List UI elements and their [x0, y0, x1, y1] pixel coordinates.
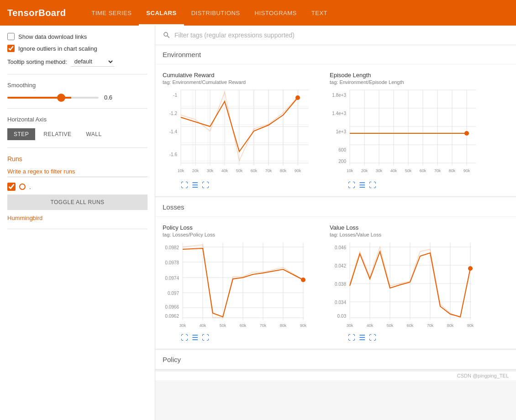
nav-histograms[interactable]: HISTOGRAMS — [247, 0, 304, 26]
cumulative-reward-chart: -1 -1.2 -1.4 -1.6 — [163, 88, 313, 179]
display-options: Show data download links Ignore outliers… — [7, 33, 147, 74]
episode-length-controls: ⛶ ☰ ⛶ — [330, 182, 490, 189]
svg-point-77 — [301, 278, 305, 282]
policy-section: Policy — [155, 350, 516, 370]
sidebar: Show data download links Ignore outliers… — [0, 26, 155, 420]
axis-relative-button[interactable]: RELATIVE — [37, 128, 78, 140]
svg-text:50k: 50k — [236, 168, 243, 173]
value-loss-tag: tag: Losses/Value Loss — [330, 232, 490, 237]
nav-scalars[interactable]: SCALARS — [139, 0, 184, 26]
svg-text:70k: 70k — [265, 168, 272, 173]
hummingbird-link[interactable]: Hummingbird — [7, 215, 42, 221]
svg-text:80k: 80k — [280, 323, 287, 328]
ignore-outliers-checkbox[interactable] — [7, 45, 15, 52]
smoothing-value: 0.6 — [104, 94, 118, 101]
smoothing-slider[interactable] — [7, 97, 99, 99]
tooltip-row: Tooltip sorting method: default descendi… — [7, 57, 147, 67]
svg-text:50k: 50k — [220, 323, 226, 328]
svg-text:60k: 60k — [251, 168, 258, 173]
policy-header: Policy — [155, 350, 516, 369]
svg-text:80k: 80k — [449, 168, 456, 173]
axis-buttons: STEP RELATIVE WALL — [7, 128, 147, 140]
episode-length-chart: 1.8e+3 1.4e+3 1e+3 600 200 — [330, 88, 480, 179]
run-label: . — [29, 184, 31, 190]
footer-text: CSDN @pingping_TEL — [457, 373, 509, 378]
cumulative-reward-title: Cumulative Reward — [163, 72, 322, 79]
svg-text:40k: 40k — [367, 323, 374, 328]
runs-section: Runs . TOGGLE ALL RUNS Hummingbird — [7, 155, 147, 229]
show-download-label: Show data download links — [18, 33, 87, 40]
svg-text:0.034: 0.034 — [335, 300, 346, 305]
header: TensorBoard TIME SERIES SCALARS DISTRIBU… — [0, 0, 516, 26]
value-loss-card: Value Loss tag: Losses/Value Loss 0.046 … — [330, 224, 490, 341]
policy-loss-title: Policy Loss — [163, 224, 322, 231]
expand-icon-pl[interactable]: ⛶ — [181, 334, 188, 341]
axis-wall-button[interactable]: WALL — [79, 128, 108, 140]
svg-text:40k: 40k — [200, 323, 206, 328]
run-checkbox[interactable] — [7, 183, 16, 191]
svg-point-19 — [295, 95, 300, 100]
svg-text:0.042: 0.042 — [335, 263, 346, 268]
fit-icon-vl[interactable]: ⛶ — [369, 334, 376, 341]
expand-icon-vl[interactable]: ⛶ — [348, 334, 355, 341]
value-loss-chart: 0.046 0.042 0.038 0.034 0.03 — [330, 240, 480, 331]
svg-text:-1.4: -1.4 — [169, 129, 178, 134]
svg-text:-1.6: -1.6 — [169, 152, 178, 157]
svg-rect-4 — [181, 90, 309, 165]
data-icon-pl[interactable]: ☰ — [192, 334, 198, 341]
svg-text:30k: 30k — [347, 323, 353, 328]
svg-text:0.038: 0.038 — [335, 282, 346, 287]
nav-time-series[interactable]: TIME SERIES — [84, 0, 139, 26]
tooltip-label: Tooltip sorting method: — [7, 58, 67, 65]
show-download-checkbox[interactable] — [7, 33, 15, 40]
fit-icon-ep[interactable]: ⛶ — [369, 182, 376, 189]
environment-header: Environment — [155, 45, 516, 64]
svg-text:200: 200 — [338, 159, 346, 164]
svg-text:-1: -1 — [173, 93, 177, 98]
expand-icon[interactable]: ⛶ — [181, 182, 188, 189]
episode-length-svg: 1.8e+3 1.4e+3 1e+3 600 200 — [330, 88, 480, 179]
ignore-outliers-row: Ignore outliers in chart scaling — [7, 45, 147, 52]
main-nav: TIME SERIES SCALARS DISTRIBUTIONS HISTOG… — [84, 0, 335, 26]
svg-point-102 — [468, 266, 473, 271]
nav-distributions[interactable]: DISTRIBUTIONS — [184, 0, 247, 26]
expand-icon-ep[interactable]: ⛶ — [348, 182, 355, 189]
svg-text:60k: 60k — [420, 168, 426, 173]
fit-icon[interactable]: ⛶ — [202, 182, 209, 189]
svg-text:70k: 70k — [260, 323, 267, 328]
value-loss-svg: 0.046 0.042 0.038 0.034 0.03 — [330, 240, 480, 331]
environment-section: Environment Cumulative Reward tag: Envir… — [155, 45, 516, 197]
smoothing-control: 0.6 — [7, 94, 147, 101]
svg-text:10k: 10k — [178, 168, 184, 173]
policy-loss-controls: ⛶ ☰ ⛶ — [163, 334, 322, 341]
episode-length-tag: tag: Environment/Episode Length — [330, 79, 490, 85]
search-input[interactable] — [174, 31, 509, 39]
search-icon — [163, 31, 171, 39]
runs-filter-input[interactable] — [7, 166, 147, 177]
svg-text:70k: 70k — [434, 168, 441, 173]
svg-text:80k: 80k — [447, 323, 454, 328]
main-layout: Show data download links Ignore outliers… — [0, 26, 516, 420]
losses-section: Losses Policy Loss tag: Losses/Policy Lo… — [155, 198, 516, 349]
svg-text:1.4e+3: 1.4e+3 — [332, 111, 346, 116]
svg-text:60k: 60k — [407, 323, 414, 328]
episode-length-card: Episode Length tag: Environment/Episode … — [330, 72, 490, 189]
svg-text:40k: 40k — [390, 168, 397, 173]
footer: CSDN @pingping_TEL — [155, 371, 516, 380]
fit-icon-pl[interactable]: ⛶ — [202, 334, 209, 341]
axis-step-button[interactable]: STEP — [7, 128, 35, 140]
ignore-outliers-label: Ignore outliers in chart scaling — [18, 45, 97, 52]
value-loss-controls: ⛶ ☰ ⛶ — [330, 334, 490, 341]
toggle-all-runs-button[interactable]: TOGGLE ALL RUNS — [7, 194, 147, 210]
svg-text:40k: 40k — [221, 168, 228, 173]
data-icon-ep[interactable]: ☰ — [359, 182, 365, 189]
svg-text:0.097: 0.097 — [168, 291, 179, 296]
data-icon[interactable]: ☰ — [192, 182, 198, 189]
app-logo: TensorBoard — [7, 8, 66, 18]
data-icon-vl[interactable]: ☰ — [359, 334, 365, 341]
svg-text:70k: 70k — [427, 323, 434, 328]
svg-text:0.0966: 0.0966 — [165, 304, 179, 310]
nav-text[interactable]: TEXT — [304, 0, 335, 26]
tooltip-select[interactable]: default descending ascending — [71, 57, 114, 67]
run-dot — [19, 184, 26, 190]
